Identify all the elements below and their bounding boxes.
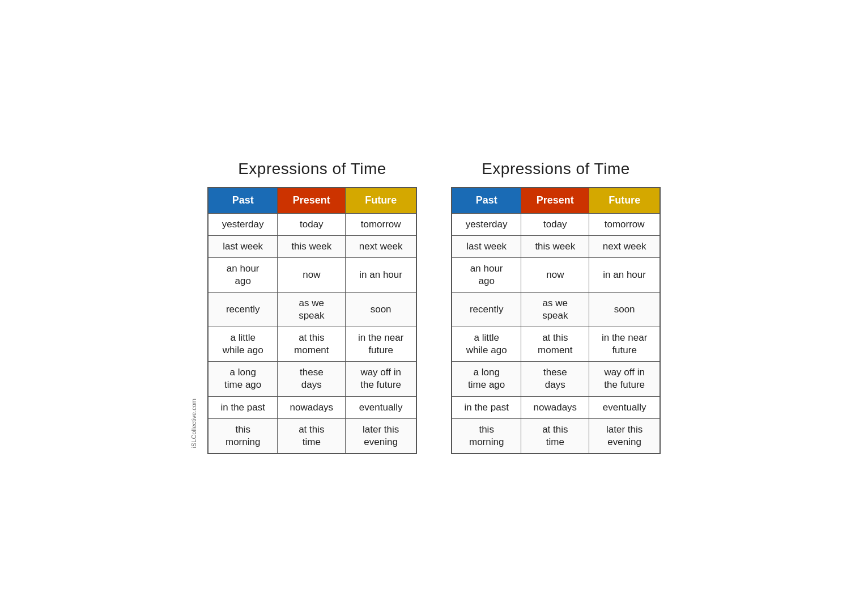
cell-past-5: a long time ago	[452, 362, 521, 396]
table-row: a long time agothese daysway off in the …	[208, 362, 416, 396]
cell-future-4: in the near future	[589, 327, 660, 362]
cell-present-1: this week	[521, 235, 589, 257]
table-row: this morningat this timelater this eveni…	[208, 418, 416, 454]
cell-past-3: recently	[208, 292, 278, 327]
left-header-future: Future	[346, 188, 416, 213]
right-header-future: Future	[589, 188, 660, 213]
cell-present-5: these days	[278, 362, 346, 396]
cell-past-4: a little while ago	[452, 327, 521, 362]
table-row: last weekthis weeknext week	[452, 235, 660, 257]
cell-present-6: nowadays	[521, 396, 589, 418]
cell-present-4: at this moment	[521, 327, 589, 362]
table-row: yesterdaytodaytomorrow	[208, 213, 416, 235]
cell-past-1: last week	[208, 235, 278, 257]
cell-future-0: tomorrow	[589, 213, 660, 235]
table-row: recentlyas we speaksoon	[208, 292, 416, 327]
left-header-past: Past	[208, 188, 278, 213]
table-row: in the pastnowadayseventually	[208, 396, 416, 418]
page-wrapper: iSLCollective.com Expressions of Time Pa…	[207, 160, 661, 454]
cell-future-3: soon	[346, 292, 416, 327]
cell-present-5: these days	[521, 362, 589, 396]
cell-past-3: recently	[452, 292, 521, 327]
table-row: a little while agoat this momentin the n…	[452, 327, 660, 362]
cell-present-4: at this moment	[278, 327, 346, 362]
right-table-title: Expressions of Time	[482, 160, 630, 178]
cell-future-2: in an hour	[589, 257, 660, 292]
cell-past-2: an hour ago	[208, 257, 278, 292]
left-table-section: Expressions of Time Past Present Future …	[207, 160, 417, 454]
cell-past-6: in the past	[452, 396, 521, 418]
cell-future-3: soon	[589, 292, 660, 327]
cell-future-1: next week	[346, 235, 416, 257]
watermark: iSLCollective.com	[190, 399, 197, 448]
cell-future-0: tomorrow	[346, 213, 416, 235]
cell-present-3: as we speak	[278, 292, 346, 327]
cell-present-2: now	[521, 257, 589, 292]
cell-past-4: a little while ago	[208, 327, 278, 362]
right-header-present: Present	[521, 188, 589, 213]
right-table: Past Present Future yesterdaytodaytomorr…	[451, 187, 661, 454]
cell-future-7: later this evening	[589, 418, 660, 454]
cell-future-5: way off in the future	[589, 362, 660, 396]
table-row: a long time agothese daysway off in the …	[452, 362, 660, 396]
cell-past-6: in the past	[208, 396, 278, 418]
table-row: this morningat this timelater this eveni…	[452, 418, 660, 454]
cell-future-6: eventually	[346, 396, 416, 418]
cell-present-7: at this time	[278, 418, 346, 454]
cell-present-0: today	[278, 213, 346, 235]
cell-present-2: now	[278, 257, 346, 292]
cell-future-5: way off in the future	[346, 362, 416, 396]
table-row: last weekthis weeknext week	[208, 235, 416, 257]
cell-present-7: at this time	[521, 418, 589, 454]
cell-present-0: today	[521, 213, 589, 235]
table-row: in the pastnowadayseventually	[452, 396, 660, 418]
table-row: an hour agonowin an hour	[208, 257, 416, 292]
cell-future-4: in the near future	[346, 327, 416, 362]
cell-past-5: a long time ago	[208, 362, 278, 396]
table-row: a little while agoat this momentin the n…	[208, 327, 416, 362]
table-row: an hour agonowin an hour	[452, 257, 660, 292]
cell-future-2: in an hour	[346, 257, 416, 292]
cell-present-1: this week	[278, 235, 346, 257]
right-header-past: Past	[452, 188, 521, 213]
cell-past-0: yesterday	[208, 213, 278, 235]
right-table-section: Expressions of Time Past Present Future …	[451, 160, 661, 454]
cell-future-6: eventually	[589, 396, 660, 418]
cell-past-0: yesterday	[452, 213, 521, 235]
left-table-title: Expressions of Time	[238, 160, 386, 178]
cell-past-1: last week	[452, 235, 521, 257]
cell-future-7: later this evening	[346, 418, 416, 454]
cell-present-6: nowadays	[278, 396, 346, 418]
cell-past-2: an hour ago	[452, 257, 521, 292]
cell-future-1: next week	[589, 235, 660, 257]
left-header-present: Present	[278, 188, 346, 213]
table-row: yesterdaytodaytomorrow	[452, 213, 660, 235]
cell-past-7: this morning	[452, 418, 521, 454]
cell-past-7: this morning	[208, 418, 278, 454]
table-row: recentlyas we speaksoon	[452, 292, 660, 327]
cell-present-3: as we speak	[521, 292, 589, 327]
left-table: Past Present Future yesterdaytodaytomorr…	[207, 187, 417, 454]
